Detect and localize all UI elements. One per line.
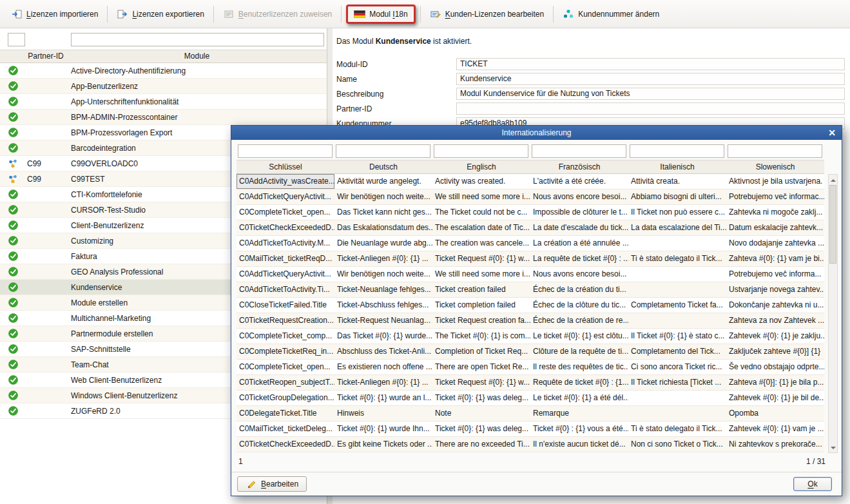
translation-cell[interactable]: Aktivnost je bila ustvarjena. — [726, 174, 824, 189]
translation-cell[interactable]: Ticket creation failed — [432, 282, 530, 297]
translation-cell[interactable]: Attività creata. — [628, 174, 726, 189]
key-cell[interactable]: C0TicketGroupDelegation... — [237, 391, 334, 405]
translation-cell[interactable]: The Ticket could not be c... — [432, 205, 530, 220]
key-cell[interactable]: C0AddTicketQueryActivit... — [237, 267, 334, 282]
translation-cell[interactable]: Ticket-Anliegen #{0}: {1} ... — [334, 375, 432, 390]
filter-input-englisch[interactable] — [434, 144, 528, 158]
i18n-row[interactable]: C0AddTicketQueryActivit...Wir benötigen … — [237, 267, 824, 282]
translation-cell[interactable]: Es existieren noch offene ... — [334, 360, 432, 374]
toolbar-button-modul-i18n[interactable]: Modul I18n — [348, 6, 413, 22]
translation-cell[interactable]: The Ticket #{0}: {1} is com... — [432, 329, 530, 344]
field-value-beschreibung[interactable]: Modul Kundenservice für die Nutzung von … — [456, 88, 845, 100]
translation-cell[interactable]: Ustvarjanje novega zahtev... — [726, 282, 824, 297]
translation-cell[interactable]: Ticket #{0}: {1} wurde an l... — [334, 391, 432, 405]
translation-cell[interactable]: Ti è stato delegato il Tick... — [628, 251, 726, 266]
translation-cell[interactable] — [628, 391, 726, 405]
close-icon[interactable]: ✕ — [826, 126, 838, 140]
filter-input-deutsch[interactable] — [336, 144, 430, 158]
i18n-row[interactable]: C0TicketCheckExceededD...Es gibt keine T… — [237, 437, 824, 452]
translation-cell[interactable]: Wir benötigen noch weite... — [334, 267, 432, 282]
translation-cell[interactable]: Dokončanje zahtevka ni u... — [726, 298, 824, 313]
translation-cell[interactable] — [628, 282, 726, 297]
toolbar-button-kundennummer-ndern[interactable]: Kundennummer ändern — [557, 6, 665, 23]
translation-cell[interactable]: Ticket-Abschluss fehlges... — [334, 298, 432, 313]
i18n-row[interactable]: C0CompleteTicketReq_in...Abschluss des T… — [237, 344, 824, 360]
translation-cell[interactable]: We still need some more i... — [432, 267, 530, 282]
column-header-italienisch[interactable]: Italienisch — [628, 160, 726, 173]
translation-cell[interactable]: Ticket-Neuanlage fehlges... — [334, 282, 432, 297]
module-row[interactable]: App-Benutzerlizenz — [0, 79, 327, 94]
key-cell[interactable]: C0CompleteTicket_comp... — [237, 329, 334, 344]
i18n-row[interactable]: C0MailTicket_ticketDeleg...Ticket #{0}: … — [237, 422, 824, 437]
field-value-partner-id[interactable] — [456, 102, 845, 115]
i18n-row[interactable]: C0TicketRequestCreation...Ticket-Request… — [237, 313, 824, 329]
key-cell[interactable]: C0TicketCheckExceededD... — [237, 220, 334, 235]
vertical-scrollbar[interactable] — [828, 174, 838, 453]
translation-cell[interactable]: There are no exceeded Ti... — [432, 437, 530, 452]
scroll-up-icon[interactable] — [829, 175, 837, 184]
key-cell[interactable]: C0AddTicketQueryActivit... — [237, 189, 334, 204]
translation-cell[interactable] — [628, 406, 726, 421]
module-filter-status-input[interactable] — [8, 33, 25, 46]
translation-cell[interactable]: Ticket completion failed — [432, 298, 530, 313]
key-cell[interactable]: C0CompleteTicketReq_in... — [237, 344, 334, 359]
i18n-row[interactable]: C0AddActivity_wasCreate...Aktivität wurd… — [237, 174, 824, 189]
ok-button[interactable]: Ok — [793, 477, 832, 491]
translation-cell[interactable]: Ci sono ancora Ticket ric... — [628, 360, 726, 374]
module-filter-input[interactable] — [71, 33, 324, 46]
translation-cell[interactable]: Das Ticket kann nicht ges... — [334, 205, 432, 220]
translation-cell[interactable]: Ticket #{0} : {1} vous a été... — [530, 422, 628, 436]
translation-cell[interactable]: Hinweis — [334, 406, 432, 421]
translation-cell[interactable]: Ticket-Anliegen #{0}: {1} ... — [334, 251, 432, 266]
translation-cell[interactable]: Impossible de clôturer le t... — [530, 205, 628, 220]
translation-cell[interactable]: The creation was cancele... — [432, 236, 530, 251]
field-value-modul-id[interactable]: TICKET — [456, 58, 845, 70]
module-row[interactable]: Active-Directory-Authentifizierung — [0, 63, 327, 79]
translation-cell[interactable]: Échec de la création de re... — [530, 313, 628, 328]
translation-cell[interactable]: L'activité a été créée. — [530, 174, 628, 189]
translation-cell[interactable]: Clôture de la requête de ti... — [530, 344, 628, 359]
translation-cell[interactable]: Aktivität wurde angelegt. — [334, 174, 432, 189]
translation-cell[interactable]: Zahteva #{0}]: {1} je bila p... — [726, 375, 824, 390]
translation-cell[interactable]: Potrebujemo več informa... — [726, 267, 824, 282]
translation-cell[interactable]: La création a été annulée ... — [530, 236, 628, 251]
filter-input-schl-ssel[interactable] — [238, 144, 333, 158]
scroll-down-icon[interactable] — [829, 443, 837, 452]
translation-cell[interactable]: Zahtevka ni mogoče zaklj... — [726, 205, 824, 220]
column-header-englisch[interactable]: Englisch — [432, 160, 530, 173]
key-cell[interactable]: C0TicketRequestCreation... — [237, 313, 334, 328]
translation-cell[interactable]: Nous avons encore besoi... — [530, 189, 628, 204]
translation-cell[interactable]: Opomba — [726, 406, 824, 421]
filter-input-franz-sisch[interactable] — [532, 144, 626, 158]
scrollbar-thumb[interactable] — [829, 185, 836, 264]
translation-cell[interactable]: Datum eskalacije zahtevk... — [726, 220, 824, 235]
toolbar-button-lizenzen-importieren[interactable]: Lizenzen importieren — [5, 6, 104, 23]
module-row[interactable]: BPM-ADMIN-Prozesscontainer — [0, 110, 327, 125]
i18n-row[interactable]: C0MailTicket_ticketReqD...Ticket-Anliege… — [237, 251, 824, 267]
key-cell[interactable]: C0MailTicket_ticketReqD... — [237, 251, 334, 266]
key-cell[interactable]: C0AddTicketToActivity.Ti... — [237, 282, 334, 297]
i18n-row[interactable]: C0TicketGroupDelegation...Ticket #{0}: {… — [237, 391, 824, 406]
translation-cell[interactable]: Il n'existe aucun ticket dé... — [530, 437, 628, 452]
translation-cell[interactable]: Il Ticket #{0}: {1} è stato c... — [628, 329, 726, 344]
translation-cell[interactable]: Das Eskalationsdatum des... — [334, 220, 432, 235]
i18n-row[interactable]: C0CloseTicketFailed.TitleTicket-Abschlus… — [237, 298, 824, 313]
translation-cell[interactable]: The escalation date of Tic... — [432, 220, 530, 235]
key-cell[interactable]: C0DelegateTicket.Title — [237, 406, 334, 421]
filter-input-slowenisch[interactable] — [728, 144, 822, 158]
translation-cell[interactable]: Zahtevek #{0}: {1} vam je ... — [726, 422, 824, 436]
toolbar-button-kunden-lizenzen-bearbeiten[interactable]: Kunden-Lizenzen bearbeiten — [424, 6, 550, 23]
key-cell[interactable]: C0AddActivity_wasCreate... — [237, 174, 334, 189]
i18n-row[interactable]: C0TicketCheckExceededD...Das Eskalations… — [237, 220, 824, 236]
i18n-row[interactable]: C0CompleteTicket_open...Das Ticket kann … — [237, 205, 824, 220]
translation-cell[interactable]: Échec de la création du ti... — [530, 282, 628, 297]
translation-cell[interactable]: Le ticket #{0}: {1} est clôtu... — [530, 329, 628, 344]
column-header-deutsch[interactable]: Deutsch — [334, 160, 432, 173]
translation-cell[interactable]: La date d'escalade du tick... — [530, 220, 628, 235]
translation-cell[interactable]: We still need some more i... — [432, 189, 530, 204]
filter-input-italienisch[interactable] — [630, 144, 724, 158]
translation-cell[interactable]: Potrebujemo več informac... — [726, 189, 824, 204]
translation-cell[interactable]: Requête de ticket #{0} : {1... — [530, 375, 628, 390]
translation-cell[interactable]: Das Ticket #{0}: {1} wurde... — [334, 329, 432, 344]
translation-cell[interactable]: La requête de ticket #{0} : ... — [530, 251, 628, 266]
